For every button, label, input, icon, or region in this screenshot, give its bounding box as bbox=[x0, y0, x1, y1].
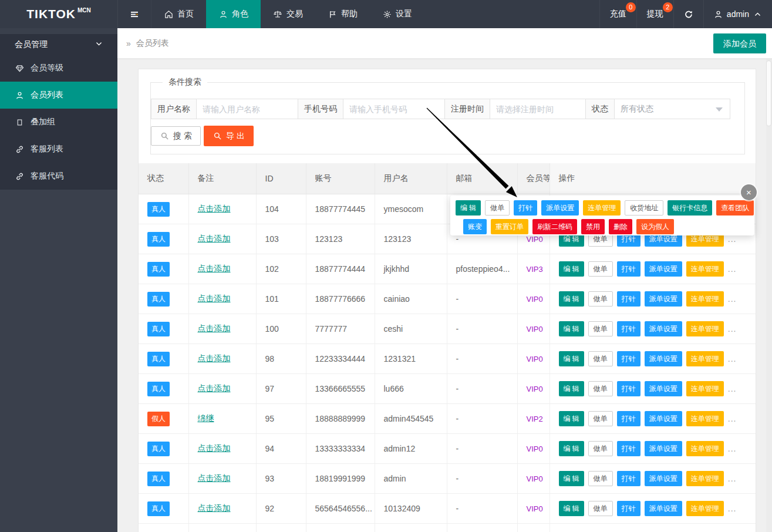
action-button[interactable]: 编 辑 bbox=[559, 501, 584, 516]
recharge-button[interactable]: 充值 0 bbox=[599, 0, 636, 28]
action-button[interactable]: 编 辑 bbox=[559, 321, 584, 336]
more-actions-button[interactable]: ... bbox=[728, 504, 737, 513]
action-button[interactable]: 做单 bbox=[588, 411, 613, 426]
sidebar-item-4[interactable]: 客服列表 bbox=[0, 136, 117, 163]
action-button[interactable]: 连单管理 bbox=[583, 200, 621, 216]
more-actions-button[interactable]: ... bbox=[728, 234, 737, 244]
action-button[interactable]: 编 辑 bbox=[559, 351, 584, 366]
action-button[interactable]: 重置订单 bbox=[491, 219, 528, 234]
action-button[interactable]: 派单设置 bbox=[645, 351, 682, 366]
more-actions-button[interactable]: ... bbox=[728, 264, 737, 274]
action-button[interactable]: 做单 bbox=[588, 321, 613, 336]
action-button[interactable]: 编 辑 bbox=[559, 411, 584, 426]
action-button[interactable]: 做单 bbox=[485, 200, 510, 216]
more-actions-button[interactable]: ... bbox=[728, 414, 737, 423]
scrollbar-thumb[interactable] bbox=[766, 60, 771, 126]
nav-item-4[interactable]: 帮助 bbox=[315, 0, 370, 28]
action-button[interactable]: 打针 bbox=[617, 321, 640, 336]
action-button[interactable]: 做单 bbox=[588, 351, 613, 366]
refresh-button[interactable] bbox=[673, 0, 703, 28]
action-button[interactable]: 连单管理 bbox=[686, 441, 724, 456]
action-button[interactable]: 打针 bbox=[617, 261, 640, 277]
action-button[interactable]: 做单 bbox=[588, 261, 613, 277]
more-actions-button[interactable]: ... bbox=[728, 474, 737, 483]
action-button[interactable]: 派单设置 bbox=[645, 471, 682, 486]
remark-link[interactable]: 点击添加 bbox=[198, 503, 231, 513]
action-button[interactable]: 连单管理 bbox=[686, 351, 724, 366]
action-button[interactable]: 编 辑 bbox=[559, 381, 584, 396]
remark-link[interactable]: 点击添加 bbox=[198, 383, 231, 393]
export-button[interactable]: 导 出 bbox=[204, 126, 254, 146]
action-button[interactable]: 打针 bbox=[617, 381, 640, 396]
action-button[interactable]: 打针 bbox=[617, 441, 640, 456]
remark-link[interactable]: 点击添加 bbox=[198, 234, 231, 243]
action-button[interactable]: 连单管理 bbox=[686, 261, 724, 277]
action-button[interactable]: 派单设置 bbox=[645, 321, 682, 336]
action-button[interactable]: 账变 bbox=[463, 219, 487, 234]
action-button[interactable]: 派单设置 bbox=[645, 381, 682, 396]
sidebar-item-3[interactable]: 叠加组 bbox=[0, 109, 117, 136]
action-button[interactable]: 查看团队 bbox=[716, 200, 754, 216]
action-button[interactable]: 连单管理 bbox=[686, 411, 724, 426]
action-button[interactable]: 派单设置 bbox=[541, 200, 579, 216]
remark-link[interactable]: 点击添加 bbox=[198, 473, 231, 483]
action-button[interactable]: 派单设置 bbox=[645, 501, 682, 516]
action-button[interactable]: 派单设置 bbox=[645, 441, 682, 456]
action-button[interactable]: 设为假人 bbox=[636, 219, 674, 234]
add-member-button[interactable]: 添加会员 bbox=[713, 33, 766, 53]
action-button[interactable]: 做单 bbox=[588, 441, 613, 456]
remark-link[interactable]: 绵继 bbox=[198, 413, 214, 423]
action-button[interactable]: 编 辑 bbox=[559, 441, 584, 456]
user-menu[interactable]: admin bbox=[703, 0, 772, 28]
more-actions-button[interactable]: ... bbox=[728, 384, 737, 393]
action-button[interactable]: 打针 bbox=[617, 351, 640, 366]
action-button[interactable]: 打针 bbox=[617, 291, 640, 307]
withdraw-button[interactable]: 提现 2 bbox=[636, 0, 673, 28]
register-time-input[interactable] bbox=[490, 99, 586, 119]
more-actions-button[interactable]: ... bbox=[728, 444, 737, 453]
remark-link[interactable]: 点击添加 bbox=[198, 294, 231, 303]
phone-input[interactable] bbox=[343, 99, 446, 119]
collapse-menu-button[interactable] bbox=[118, 0, 151, 28]
nav-item-5[interactable]: 设置 bbox=[370, 0, 424, 28]
more-actions-button[interactable]: ... bbox=[728, 294, 737, 304]
more-actions-button[interactable]: ... bbox=[728, 354, 737, 363]
action-button[interactable]: 打针 bbox=[617, 501, 640, 516]
action-button[interactable]: 做单 bbox=[588, 291, 613, 307]
nav-item-3[interactable]: 交易 bbox=[261, 0, 315, 28]
action-button[interactable]: 禁用 bbox=[581, 219, 605, 234]
action-button[interactable]: 刷新二维码 bbox=[532, 219, 577, 234]
action-button[interactable]: 编 辑 bbox=[559, 291, 584, 307]
action-button[interactable]: 打针 bbox=[617, 411, 640, 426]
action-button[interactable]: 打针 bbox=[514, 200, 537, 216]
more-actions-button[interactable]: ... bbox=[728, 324, 737, 334]
sidebar-group-member-management[interactable]: 会员管理 bbox=[0, 34, 117, 55]
action-button[interactable]: 连单管理 bbox=[686, 321, 724, 336]
action-button[interactable]: 连单管理 bbox=[686, 381, 724, 396]
action-button[interactable]: 编 辑 bbox=[456, 200, 481, 216]
action-button[interactable]: 编 辑 bbox=[559, 261, 584, 277]
remark-link[interactable]: 点击添加 bbox=[198, 443, 231, 453]
action-button[interactable]: 删除 bbox=[609, 219, 632, 234]
action-button[interactable]: 派单设置 bbox=[645, 291, 682, 307]
action-button[interactable]: 做单 bbox=[588, 381, 613, 396]
action-button[interactable]: 打针 bbox=[617, 471, 640, 486]
sidebar-item-2[interactable]: 会员列表 bbox=[0, 82, 117, 109]
action-button[interactable]: 连单管理 bbox=[686, 501, 724, 516]
remark-link[interactable]: 点击添加 bbox=[198, 264, 231, 273]
sidebar-item-1[interactable]: 会员等级 bbox=[0, 55, 117, 82]
action-button[interactable]: 收货地址 bbox=[625, 200, 663, 216]
search-button[interactable]: 搜 索 bbox=[151, 126, 201, 146]
action-button[interactable]: 做单 bbox=[588, 501, 613, 516]
username-input[interactable] bbox=[197, 99, 299, 119]
remark-link[interactable]: 点击添加 bbox=[198, 353, 231, 363]
remark-link[interactable]: 点击添加 bbox=[198, 324, 231, 333]
action-button[interactable]: 连单管理 bbox=[686, 291, 724, 307]
action-button[interactable]: 做单 bbox=[588, 471, 613, 486]
action-button[interactable]: 银行卡信息 bbox=[668, 200, 712, 216]
nav-item-1[interactable]: 首页 bbox=[151, 0, 206, 28]
action-button[interactable]: 连单管理 bbox=[686, 471, 724, 486]
action-button[interactable]: 派单设置 bbox=[645, 261, 682, 277]
popup-close-button[interactable]: × bbox=[741, 184, 757, 200]
remark-link[interactable]: 点击添加 bbox=[198, 204, 231, 213]
